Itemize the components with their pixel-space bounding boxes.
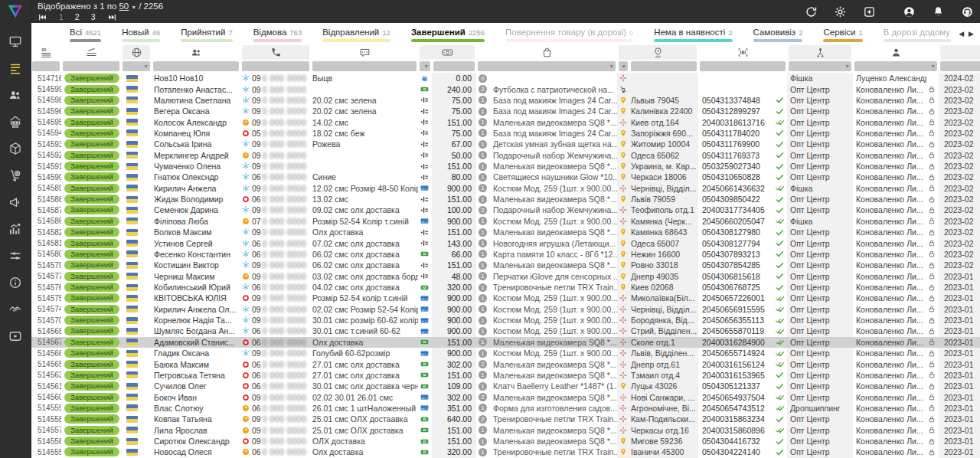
order-row[interactable]: 514582ЗавершенийВолков Максим090 000 000…	[31, 227, 980, 237]
order-row[interactable]: 514591ЗавершенийЧумаченко Олена090 000 0…	[31, 161, 980, 172]
order-row[interactable]: 514557ЗавершенийЛила Ярослав090 000 0000…	[31, 425, 980, 436]
filter-input-13[interactable]: ▼	[854, 61, 937, 71]
tab-Всі[interactable]: Всі4521	[70, 23, 101, 44]
filter-input-2[interactable]: ▼	[122, 61, 150, 71]
column-header-client[interactable]	[153, 45, 239, 60]
order-row[interactable]: 514570ЗавершенийКорнелюк Надія Та...090 …	[31, 315, 980, 326]
filter-dropdown-icon[interactable]: ▼	[931, 64, 936, 69]
order-row[interactable]: 514588ЗавершенийЖидак Володимир060 000 0…	[31, 194, 980, 204]
filter-input-3[interactable]	[153, 61, 239, 71]
filter-input-0[interactable]	[32, 61, 60, 71]
filter-dropdown-icon[interactable]: ▼	[609, 64, 614, 69]
refresh-button[interactable]	[805, 5, 818, 18]
column-header-phone[interactable]	[242, 45, 309, 60]
sidebar-item-marketing[interactable]	[0, 195, 31, 209]
page-number-1[interactable]: 1	[59, 12, 64, 21]
filter-input-7[interactable]	[433, 61, 475, 71]
profile-button[interactable]	[903, 5, 916, 18]
order-row[interactable]: 514563ЗавершенийПетровська Тетяна060 000…	[31, 370, 980, 381]
tab-Завершений[interactable]: Завершений2256	[411, 23, 485, 44]
tab-Самовивіз[interactable]: Самовивіз2	[753, 23, 803, 44]
filter-input-8[interactable]: ▼	[478, 61, 616, 71]
tab-Повернення товару (в дорозі)[interactable]: Повернення товару (в дорозі)0	[505, 23, 633, 44]
column-header-id[interactable]	[32, 45, 60, 60]
column-header-status[interactable]	[63, 45, 119, 60]
sidebar-item-statistics[interactable]	[0, 222, 31, 236]
order-row[interactable]: 514576ЗавершенийКобилинський Юрий060 000…	[31, 282, 980, 293]
order-row[interactable]: 514594ЗавершенийКомпанец Юля050 000 0000…	[31, 128, 980, 139]
tab-Сервіси[interactable]: Сервіси1	[823, 23, 862, 44]
sidebar-item-orders[interactable]	[0, 61, 31, 75]
page-size-select[interactable]: 50	[119, 2, 129, 11]
tab-Відправлений[interactable]: Відправлений12	[322, 23, 390, 44]
tab-Нема в наявності[interactable]: Нема в наявності2	[654, 23, 732, 44]
order-row[interactable]: 514580ЗавершенийФесенко Константин060 00…	[31, 249, 980, 260]
order-row[interactable]: 514590ЗавершенийГнатюк Олексндр060 000 0…	[31, 172, 980, 182]
filter-input-1[interactable]	[63, 61, 119, 71]
filter-input-11[interactable]	[700, 61, 786, 71]
sidebar-item-products[interactable]	[0, 142, 31, 155]
order-row[interactable]: 514579ЗавершенийКостишин Виктор090 000 0…	[31, 260, 980, 270]
column-header-country[interactable]	[122, 45, 150, 60]
order-row[interactable]: 514595ЗавершенийКолосок Александр090 000…	[31, 116, 980, 127]
column-header-comment[interactable]	[312, 45, 416, 60]
column-header-manager[interactable]	[854, 45, 937, 60]
column-header-tracking[interactable]	[700, 45, 786, 60]
sidebar-item-structure[interactable]	[0, 115, 31, 129]
tabs-scroll-left-icon[interactable]: ◀	[959, 30, 964, 38]
filter-dropdown-icon[interactable]: ▼	[622, 64, 626, 69]
filter-input-6[interactable]: ▼	[420, 61, 430, 71]
tab-Відмова[interactable]: Відмова763	[253, 23, 302, 44]
filter-input-5[interactable]	[312, 61, 416, 71]
filter-input-9[interactable]: ▼	[619, 61, 628, 71]
order-row[interactable]: 514567ЗавершенийАдамовский Станис...060 …	[31, 337, 980, 348]
order-row[interactable]: 514592ЗавершенийМерклингер Андрей090 000…	[31, 150, 980, 161]
app-logo[interactable]	[0, 0, 31, 23]
order-row[interactable]: 514568ЗавершенийШумляс Богдана Ан...060 …	[31, 326, 980, 336]
filter-input-14[interactable]	[940, 61, 980, 71]
order-row[interactable]: 514587ЗавершенийСеменюк Дарина090 000 00…	[31, 204, 980, 215]
sidebar-item-clients[interactable]	[0, 88, 31, 102]
filter-input-4[interactable]	[242, 61, 309, 71]
order-row[interactable]: 514565ЗавершенийБаюка Максим060 000 0000…	[31, 358, 980, 369]
sidebar-item-integrations[interactable]	[0, 249, 31, 263]
order-row[interactable]: 514560ЗавершенийБокоч Иван090 000 000002…	[31, 391, 980, 402]
sidebar-item-partners[interactable]	[0, 303, 31, 316]
tab-Прийнятий[interactable]: Прийнятий7	[181, 23, 233, 44]
first-page-button[interactable]	[38, 12, 47, 22]
order-row[interactable]: 514566ЗавершенийГладик Оксана090 000 000…	[31, 348, 980, 358]
order-row[interactable]: 514559ЗавершенийВлас Слотюу060 000 00002…	[31, 403, 980, 414]
column-header-date[interactable]	[940, 45, 980, 60]
order-row[interactable]: 514589ЗавершенийКирилич Анжела090 000 00…	[31, 183, 980, 194]
order-row[interactable]: 514598ЗавершенийМалютина Светлана090 000…	[31, 95, 980, 106]
filter-input-10[interactable]	[631, 61, 697, 71]
tab-Новый[interactable]: Новый46	[122, 23, 160, 44]
page-number-2[interactable]: 2	[75, 12, 80, 21]
order-row[interactable]: 514574ЗавершенийКирилич Анжела Ол...090 …	[31, 304, 980, 315]
order-row[interactable]: 514575ЗавершенийКВІТОВСЬКА ЮЛІЯ090 000 0…	[31, 293, 980, 303]
order-row[interactable]: 514586ЗавершенийФіліпова Люба070 000 000…	[31, 216, 980, 227]
settings-button[interactable]	[834, 5, 847, 18]
order-row[interactable]: 514596ЗавершенийВегера Оксана090 000 000…	[31, 106, 980, 116]
sidebar-item-tutorials[interactable]	[0, 329, 31, 343]
filter-dropdown-icon[interactable]: ▼	[845, 64, 850, 69]
order-row[interactable]: 514561ЗавершенийСучилов Олег060 000 0000…	[31, 381, 980, 391]
tab-В дорозі додому[interactable]: В дорозі додому0	[884, 23, 958, 44]
order-row[interactable]: 514599ЗавершенийПотапенко Анастас...090 …	[31, 83, 980, 94]
order-row[interactable]: 514577ЗавершенийЧерниш Максим090 000 000…	[31, 270, 980, 281]
sidebar-item-info[interactable]	[0, 276, 31, 290]
filter-input-12[interactable]: ▼	[789, 61, 851, 71]
column-header-delivery[interactable]	[619, 45, 697, 60]
column-header-payment[interactable]	[420, 45, 475, 60]
page-number-3[interactable]: 3	[91, 12, 96, 21]
filter-dropdown-icon[interactable]: ▼	[144, 64, 149, 69]
sidebar-item-dashboard[interactable]	[0, 34, 31, 48]
order-row[interactable]: 514716ЗавершенийНов10 Нов10090 000 0000В…	[31, 73, 980, 83]
last-page-button[interactable]	[107, 12, 117, 22]
order-row[interactable]: 514556ЗавершенийСиротюк Олександр090 000…	[31, 436, 980, 447]
order-row[interactable]: 514581ЗавершенийУстинов Сергей060 000 00…	[31, 237, 980, 248]
tabs-scroll-right-icon[interactable]: ▶	[969, 30, 974, 38]
support-button[interactable]	[961, 5, 974, 18]
column-header-products[interactable]	[478, 45, 616, 60]
order-row[interactable]: 514555ЗавершенийНовосад Олеся060 000 000…	[31, 447, 980, 457]
